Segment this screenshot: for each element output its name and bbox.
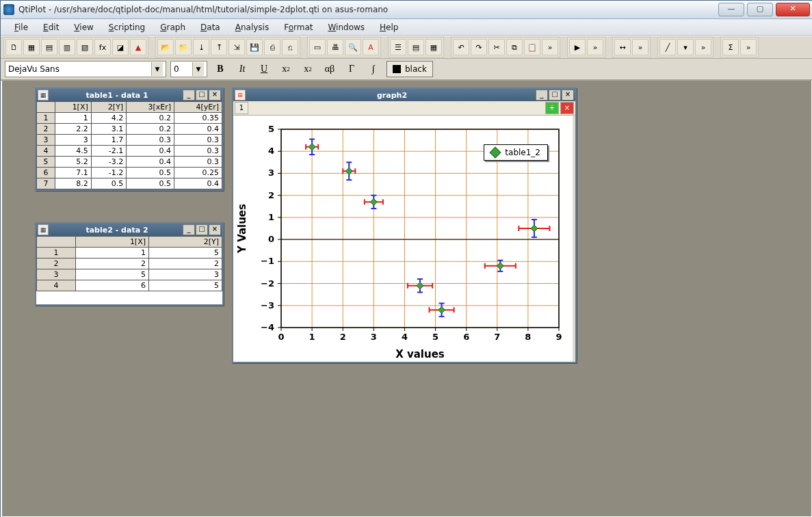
cell[interactable]: 2 bbox=[76, 258, 149, 269]
open-template-icon[interactable]: 📁 bbox=[175, 39, 192, 55]
cell[interactable]: 0.35 bbox=[174, 113, 222, 124]
duplicate-icon[interactable]: ▭ bbox=[309, 39, 326, 55]
greek-upper-button[interactable]: Γ bbox=[343, 61, 361, 77]
menu-file[interactable]: File bbox=[14, 23, 28, 32]
menu-analysis[interactable]: Analysis bbox=[235, 23, 269, 32]
cell[interactable]: 4.5 bbox=[55, 146, 92, 157]
cell[interactable]: 5.2 bbox=[55, 157, 92, 168]
close-button[interactable]: × bbox=[209, 90, 221, 101]
cell[interactable]: 0.4 bbox=[174, 178, 222, 189]
export-pdf-icon[interactable]: A bbox=[363, 39, 379, 55]
subscript-button[interactable]: x2 bbox=[299, 61, 317, 77]
import-db-icon[interactable]: ⤒ bbox=[211, 39, 227, 55]
graph-titlebar[interactable]: ⊞ graph2 _ □ × bbox=[233, 89, 575, 101]
row-header[interactable]: 2 bbox=[37, 258, 76, 269]
script-window-icon[interactable]: ▦ bbox=[425, 39, 442, 55]
cell[interactable]: 4.2 bbox=[91, 113, 126, 124]
font-size-combo[interactable]: 0 ▼ bbox=[170, 61, 207, 77]
legend[interactable]: table1_2 bbox=[484, 144, 548, 161]
cell[interactable]: 0.4 bbox=[127, 146, 174, 157]
table1-titlebar[interactable]: ▦ table1 - data 1 _ □ × bbox=[36, 89, 222, 101]
cell[interactable]: 1 bbox=[76, 248, 149, 258]
new-graph-icon[interactable]: ▧ bbox=[77, 39, 93, 55]
col-header[interactable]: 3[xEr] bbox=[127, 102, 174, 113]
bold-button[interactable]: B bbox=[211, 61, 229, 77]
more-line-icon[interactable]: » bbox=[695, 39, 711, 55]
table-row[interactable]: 55.2-3.20.40.3 bbox=[37, 157, 222, 168]
row-header[interactable]: 6 bbox=[37, 168, 55, 178]
more-edit-icon[interactable]: » bbox=[542, 39, 558, 55]
cell[interactable]: 8.2 bbox=[55, 178, 92, 189]
run-icon[interactable]: ▶ bbox=[569, 39, 586, 55]
remove-layer-button[interactable]: × bbox=[560, 102, 574, 114]
table-row[interactable]: 353 bbox=[37, 269, 222, 280]
new-surface-icon[interactable]: ◪ bbox=[112, 39, 129, 55]
layer-button[interactable]: 1 bbox=[235, 102, 248, 114]
open-icon[interactable]: 📂 bbox=[157, 39, 174, 55]
more-arrange-icon[interactable]: » bbox=[632, 39, 649, 55]
cell[interactable]: -2.1 bbox=[91, 146, 126, 157]
save-as-icon[interactable]: ⎌ bbox=[282, 39, 298, 55]
print-preview-icon[interactable]: 🔍 bbox=[345, 39, 361, 55]
line-style-dd-icon[interactable]: ▾ bbox=[677, 39, 694, 55]
cell[interactable]: 0.5 bbox=[127, 178, 174, 189]
chevron-down-icon[interactable]: ▼ bbox=[192, 62, 204, 76]
cell[interactable]: -3.2 bbox=[91, 157, 126, 168]
save-template-icon[interactable]: ⎙ bbox=[264, 39, 280, 55]
cut-icon[interactable]: ✂ bbox=[488, 39, 505, 55]
menu-data[interactable]: Data bbox=[200, 23, 220, 32]
window-table2[interactable]: ▦ table2 - data 2 _ □ × 1[X]2[Y]11522235… bbox=[35, 222, 224, 306]
menu-windows[interactable]: Windows bbox=[328, 23, 365, 32]
new-note-icon[interactable]: ▥ bbox=[59, 39, 75, 55]
new-function-icon[interactable]: fx bbox=[94, 39, 111, 55]
menu-help[interactable]: Help bbox=[380, 23, 398, 32]
table-row[interactable]: 465 bbox=[37, 280, 222, 291]
table-row[interactable]: 78.20.50.50.4 bbox=[37, 178, 222, 189]
row-header[interactable]: 1 bbox=[37, 113, 55, 124]
row-header[interactable]: 4 bbox=[37, 280, 76, 291]
cell[interactable]: 0.3 bbox=[174, 135, 222, 146]
cell[interactable]: -1.2 bbox=[91, 168, 126, 178]
row-header[interactable]: 3 bbox=[37, 135, 55, 146]
paste-icon[interactable]: 📋 bbox=[524, 39, 540, 55]
table-row[interactable]: 114.20.20.35 bbox=[37, 113, 222, 124]
minimize-button[interactable]: — bbox=[718, 3, 744, 16]
cell[interactable]: 5 bbox=[149, 248, 222, 258]
cell[interactable]: 2.2 bbox=[55, 124, 92, 135]
maximize-button[interactable]: □ bbox=[196, 90, 208, 101]
menu-graph[interactable]: Graph bbox=[160, 23, 185, 32]
close-button[interactable]: ✕ bbox=[776, 3, 810, 16]
line-style-icon[interactable]: ╱ bbox=[659, 39, 676, 55]
minimize-button[interactable]: _ bbox=[183, 224, 195, 235]
cell[interactable]: 1 bbox=[55, 113, 92, 124]
menu-scripting[interactable]: Scripting bbox=[109, 23, 145, 32]
minimize-button[interactable]: _ bbox=[183, 90, 195, 101]
superscript-button[interactable]: x2 bbox=[277, 61, 295, 77]
window-table1[interactable]: ▦ table1 - data 1 _ □ × 1[X]2[Y]3[xEr]4[… bbox=[35, 88, 224, 191]
col-header[interactable]: 1[X] bbox=[76, 237, 149, 248]
col-header[interactable]: 4[yEr] bbox=[174, 102, 222, 113]
cell[interactable]: 5 bbox=[76, 269, 149, 280]
results-log-icon[interactable]: ▤ bbox=[408, 39, 424, 55]
cell[interactable]: 0.4 bbox=[174, 124, 222, 135]
cell[interactable]: 0.3 bbox=[174, 157, 222, 168]
new-table-icon[interactable]: ▦ bbox=[23, 39, 40, 55]
table-row[interactable]: 44.5-2.10.40.3 bbox=[37, 146, 222, 157]
menu-edit[interactable]: Edit bbox=[43, 23, 59, 32]
col-header[interactable]: 1[X] bbox=[55, 102, 92, 113]
maximize-button[interactable]: □ bbox=[549, 90, 561, 101]
save-icon[interactable]: 💾 bbox=[246, 39, 263, 55]
integral-button[interactable]: ∫ bbox=[365, 61, 382, 77]
table1-grid[interactable]: 1[X]2[Y]3[xEr]4[yEr]114.20.20.3522.23.10… bbox=[36, 101, 222, 189]
cell[interactable]: 0.2 bbox=[127, 113, 174, 124]
cell[interactable]: 3 bbox=[55, 135, 92, 146]
row-header[interactable]: 7 bbox=[37, 178, 55, 189]
table-row[interactable]: 222 bbox=[37, 258, 222, 269]
cell[interactable]: 0.3 bbox=[127, 135, 174, 146]
menu-format[interactable]: Format bbox=[284, 23, 313, 32]
chart-area[interactable]: 0123456789−4−3−2−1012345X valuesY Values… bbox=[233, 116, 573, 362]
arrange-icon[interactable]: ↔ bbox=[614, 39, 631, 55]
append-icon[interactable]: ⇲ bbox=[228, 39, 245, 55]
close-button[interactable]: × bbox=[562, 90, 574, 101]
row-header[interactable]: 4 bbox=[37, 146, 55, 157]
